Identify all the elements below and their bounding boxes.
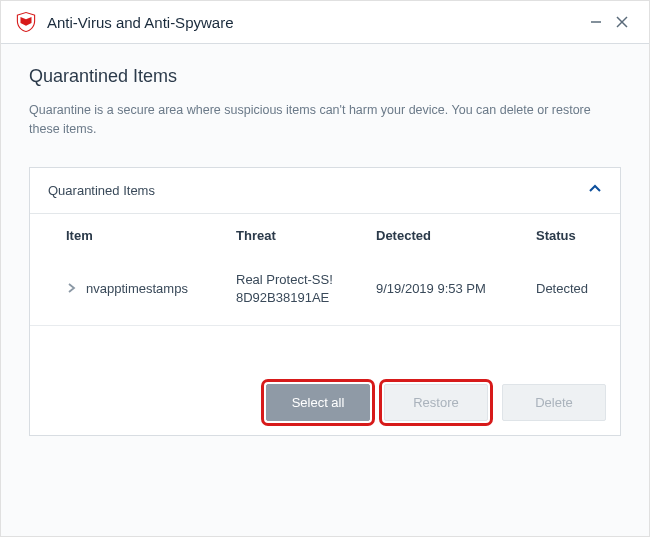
chevron-up-icon bbox=[588, 182, 602, 199]
titlebar: Anti-Virus and Anti-Spyware bbox=[1, 1, 649, 44]
quarantine-panel: Quarantined Items Item Threat Detected S… bbox=[29, 167, 621, 436]
restore-button[interactable]: Restore bbox=[384, 384, 488, 421]
window-title: Anti-Virus and Anti-Spyware bbox=[47, 14, 583, 31]
col-detected: Detected bbox=[376, 228, 536, 243]
minimize-button[interactable] bbox=[583, 9, 609, 35]
chevron-right-icon[interactable] bbox=[66, 282, 76, 296]
cell-status: Detected bbox=[536, 281, 598, 296]
mcafee-shield-icon bbox=[15, 11, 37, 33]
table-header: Item Threat Detected Status bbox=[30, 214, 620, 257]
table-row[interactable]: nvapptimestamps Real Protect-SS! 8D92B38… bbox=[30, 257, 620, 326]
threat-line1: Real Protect-SS! bbox=[236, 271, 376, 289]
cell-item: nvapptimestamps bbox=[66, 281, 236, 296]
delete-button[interactable]: Delete bbox=[502, 384, 606, 421]
close-button[interactable] bbox=[609, 9, 635, 35]
content-area: Quarantined Items Quarantine is a secure… bbox=[1, 44, 649, 536]
page-title: Quarantined Items bbox=[29, 66, 621, 87]
cell-threat: Real Protect-SS! 8D92B38191AE bbox=[236, 271, 376, 307]
panel-header[interactable]: Quarantined Items bbox=[30, 168, 620, 214]
threat-line2: 8D92B38191AE bbox=[236, 289, 376, 307]
panel-header-label: Quarantined Items bbox=[48, 183, 588, 198]
col-item: Item bbox=[66, 228, 236, 243]
cell-detected: 9/19/2019 9:53 PM bbox=[376, 281, 536, 296]
page-description: Quarantine is a secure area where suspic… bbox=[29, 101, 621, 139]
item-name: nvapptimestamps bbox=[86, 281, 188, 296]
col-status: Status bbox=[536, 228, 598, 243]
app-window: Anti-Virus and Anti-Spyware Quarantined … bbox=[0, 0, 650, 537]
action-bar: Select all Restore Delete bbox=[30, 370, 620, 435]
panel-spacer bbox=[30, 326, 620, 370]
col-threat: Threat bbox=[236, 228, 376, 243]
select-all-button[interactable]: Select all bbox=[266, 384, 370, 421]
